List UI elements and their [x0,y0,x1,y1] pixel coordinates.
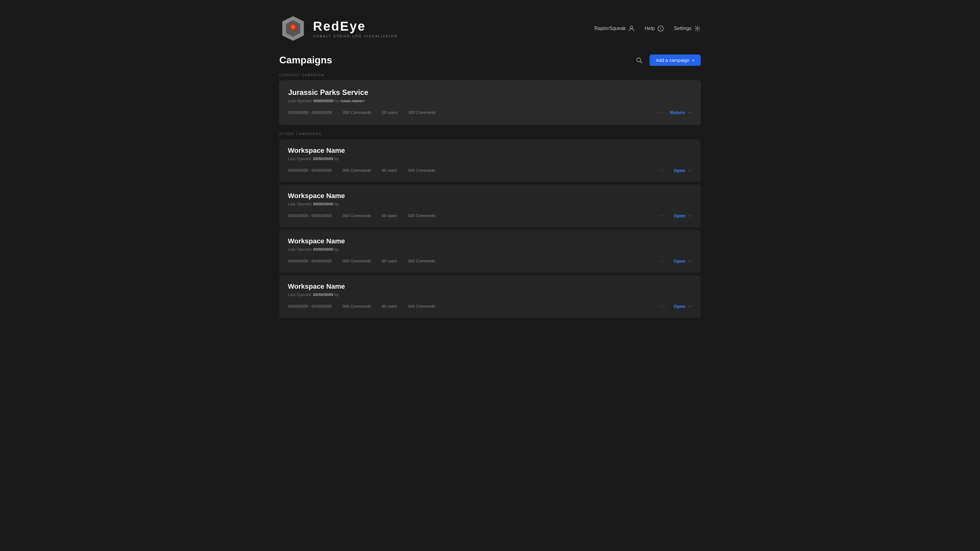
open-button-2[interactable]: Open → [673,258,692,264]
open-arrow-icon-3: → [687,304,692,309]
open-label-2: Open [673,258,686,264]
nav-help[interactable]: Help ? [645,25,664,32]
current-section-label: CURRENT CAMPAIGN [279,73,701,77]
current-last-opened-date: 00/00/0000 [313,98,334,103]
commands-3: 000 Commands [343,304,371,308]
header-nav: RaptorSqueak Help ? Set [595,25,701,32]
open-button-3[interactable]: Open → [673,304,692,309]
add-campaign-button[interactable]: Add a campaign + [649,54,701,66]
open-arrow-icon-0: → [687,168,692,173]
search-icon [636,57,643,64]
more-button-1[interactable]: ··· [657,211,669,220]
open-label-1: Open [673,213,686,218]
svg-text:?: ? [660,26,662,31]
comments-2: 000 Comments [408,259,436,263]
campaign-card-0: Workspace Name Last Opened: 00/00/0000 b… [279,139,701,182]
comments-1: 000 Comments [408,213,436,218]
open-label-3: Open [673,304,686,309]
return-button[interactable]: Return → [670,110,692,115]
add-campaign-label: Add a campaign [656,57,689,63]
current-more-button[interactable]: ··· [654,108,665,117]
current-campaign-name: Jurassic Parks Service [288,88,692,97]
meta-row-0: 00/00/0000 - 00/00/0000 · 000 Commands ·… [288,166,692,175]
plus-icon: + [692,57,695,63]
date-range-2: 00/00/0000 - 00/00/0000 [288,259,332,263]
current-stats: 00/00/0000 - 00/00/0000 · 000 Commands ·… [288,110,436,115]
svg-point-9 [697,27,698,29]
actions-2: ··· Open → [657,257,692,265]
svg-line-11 [640,61,642,63]
current-campaign-actions: ··· Return → [654,108,692,117]
lop-prefix-3: Last Opened: [288,292,313,297]
comments-3: 000 Comments [408,304,436,308]
current-meta-row: 00/00/0000 - 00/00/0000 · 000 Commands ·… [288,108,692,117]
nav-settings[interactable]: Settings [674,25,701,32]
main-content: Campaigns Add a campaign + CURRENT CAMPA… [279,54,701,344]
svg-point-6 [630,26,633,29]
lop-by-1: by [333,202,339,206]
date-range-1: 00/00/0000 - 00/00/0000 [288,213,332,218]
gear-icon [694,25,701,32]
open-button-0[interactable]: Open → [673,168,692,173]
logo-title: RedEye [313,19,398,34]
current-campaign-card: Jurassic Parks Service Last Opened: 00/0… [279,81,701,125]
return-label: Return [670,110,685,115]
last-opened-0: Last Opened: 00/00/0000 by [288,156,692,161]
search-button[interactable] [634,55,645,66]
commands-2: 000 Commands [343,259,371,263]
actions-3: ··· Open → [657,302,692,311]
last-opened-3: Last Opened: 00/00/0000 by [288,292,692,297]
open-label-0: Open [673,168,686,173]
stats-2: 00/00/0000 - 00/00/0000 · 000 Commands ·… [288,259,436,263]
lop-date-1: 00/00/0000 [313,202,333,206]
date-range-0: 00/00/0000 - 00/00/0000 [288,168,332,173]
users-0: 00 users [382,168,397,173]
sep1: · [337,110,338,115]
more-button-2[interactable]: ··· [657,257,669,265]
campaign-card-3: Workspace Name Last Opened: 00/00/0000 b… [279,275,701,318]
nav-user[interactable]: RaptorSqueak [595,25,635,32]
lop-date-2: 00/00/0000 [313,247,333,252]
campaigns-actions: Add a campaign + [634,54,701,66]
lop-date-0: 00/00/0000 [313,156,333,161]
users-1: 00 users [382,213,397,218]
last-opened-2: Last Opened: 00/00/0000 by [288,247,692,252]
stats-0: 00/00/0000 - 00/00/0000 · 000 Commands ·… [288,168,436,173]
more-button-0[interactable]: ··· [657,166,669,175]
current-last-opened: Last Opened: 00/00/0000 by <user.name> [288,98,692,103]
open-button-1[interactable]: Open → [673,213,692,219]
more-button-3[interactable]: ··· [657,302,669,311]
stats-3: 00/00/0000 - 00/00/0000 · 000 Commands ·… [288,304,436,308]
nav-help-label: Help [645,26,655,31]
campaign-card-1: Workspace Name Last Opened: 00/00/0000 b… [279,184,701,227]
commands-1: 000 Commands [343,213,371,218]
current-comments: 000 Comments [409,110,436,115]
logo-subtitle: COBALT STRIKE LOG VISUALIZAION [313,34,398,38]
campaign-name-0: Workspace Name [288,147,692,155]
current-commands: 000 Commands [343,110,371,115]
current-users: 00 users [382,110,398,115]
nav-settings-label: Settings [674,26,692,31]
meta-row-1: 00/00/0000 - 00/00/0000 · 000 Commands ·… [288,211,692,220]
other-campaigns-list: Workspace Name Last Opened: 00/00/0000 b… [279,139,701,319]
sep2: · [376,110,377,115]
other-section-label: OTHER CAMPAIGNS [279,132,701,136]
campaign-name-3: Workspace Name [288,283,692,291]
meta-row-3: 00/00/0000 - 00/00/0000 · 000 Commands ·… [288,302,692,311]
open-arrow-icon-2: → [687,258,692,264]
page-title: Campaigns [279,54,332,66]
open-arrow-icon-1: → [687,213,692,219]
lop-prefix-0: Last Opened: [288,156,313,161]
help-icon: ? [657,25,664,32]
users-2: 00 users [382,259,397,263]
meta-row-2: 00/00/0000 - 00/00/0000 · 000 Commands ·… [288,257,692,265]
current-date-range: 00/00/0000 - 00/00/0000 [288,110,332,115]
last-opened-1: Last Opened: 00/00/0000 by [288,202,692,206]
users-3: 00 users [382,304,397,308]
return-arrow-icon: → [687,110,692,115]
actions-1: ··· Open → [657,211,692,220]
comments-0: 000 Comments [408,168,436,173]
campaign-name-1: Workspace Name [288,192,692,200]
date-range-3: 00/00/0000 - 00/00/0000 [288,304,332,308]
current-campaign-section: CURRENT CAMPAIGN Jurassic Parks Service … [279,73,701,125]
